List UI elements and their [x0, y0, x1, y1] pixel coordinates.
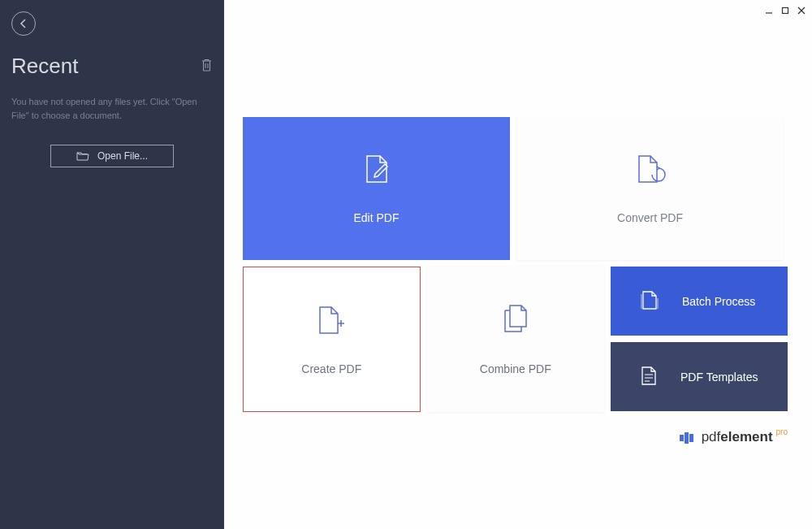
brand-name: pdfelement	[702, 429, 773, 445]
minimize-icon	[765, 7, 773, 15]
trash-icon[interactable]	[201, 59, 213, 75]
create-pdf-label: Create PDF	[301, 362, 361, 375]
convert-pdf-icon	[634, 153, 667, 187]
edit-pdf-card[interactable]: Edit PDF	[243, 117, 510, 260]
convert-pdf-label: Convert PDF	[617, 211, 683, 224]
create-pdf-card[interactable]: Create PDF	[243, 267, 421, 412]
create-pdf-icon	[315, 304, 348, 338]
close-icon	[797, 7, 806, 15]
window-controls	[763, 5, 807, 16]
main-content: Edit PDF Convert PDF	[224, 0, 812, 529]
edit-pdf-label: Edit PDF	[353, 211, 399, 224]
brand-logo-icon	[680, 432, 693, 444]
pdf-templates-icon	[640, 365, 658, 389]
batch-process-card[interactable]: Batch Process	[611, 267, 788, 336]
batch-process-label: Batch Process	[682, 295, 755, 308]
maximize-button[interactable]	[780, 5, 791, 16]
open-file-button[interactable]: Open File...	[50, 145, 174, 167]
close-button[interactable]	[796, 5, 807, 16]
folder-icon	[76, 151, 89, 161]
sidebar: Recent You have not opened any files yet…	[0, 0, 224, 529]
maximize-icon	[781, 7, 789, 15]
edit-pdf-icon	[362, 153, 391, 187]
pdf-templates-card[interactable]: PDF Templates	[611, 342, 788, 411]
recent-message: You have not opened any files yet. Click…	[11, 95, 213, 122]
minimize-button[interactable]	[763, 5, 775, 16]
batch-process-icon	[640, 289, 659, 314]
convert-pdf-card[interactable]: Convert PDF	[516, 117, 784, 260]
chevron-left-icon	[19, 18, 28, 29]
svg-rect-1	[783, 8, 788, 14]
combine-pdf-label: Combine PDF	[480, 362, 551, 375]
open-file-label: Open File...	[97, 150, 148, 162]
combine-pdf-icon	[500, 304, 531, 338]
combine-pdf-card[interactable]: Combine PDF	[427, 267, 604, 412]
pdf-templates-label: PDF Templates	[680, 371, 758, 384]
branding: pdfelement pro	[680, 429, 788, 445]
recent-title: Recent	[11, 54, 78, 79]
brand-suffix: pro	[776, 427, 788, 436]
back-button[interactable]	[11, 11, 36, 36]
